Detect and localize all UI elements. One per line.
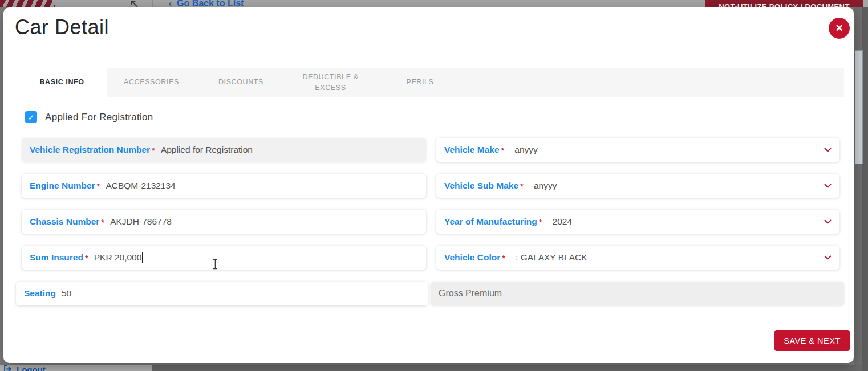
- tab-bar: BASIC INFO ACCESSORIES DISCOUNTS DEDUCTI…: [17, 68, 844, 97]
- checkbox-label: Applied For Registration: [45, 112, 153, 123]
- basic-info-form: Vehicle Registration Number* Applied for…: [22, 138, 839, 317]
- chevron-left-icon: ‹: [169, 0, 172, 7]
- text-caret: [142, 252, 143, 263]
- field-label: Vehicle Registration Number: [30, 145, 150, 155]
- field-value: anyyy: [514, 145, 538, 155]
- backdrop-bottom-band: Logout: [0, 365, 868, 371]
- logout-icon: [3, 365, 12, 371]
- vehicle-registration-number-field: Vehicle Registration Number* Applied for…: [22, 138, 426, 162]
- mouse-cursor-arrow-icon: [130, 0, 139, 7]
- chevron-down-icon: [824, 255, 832, 260]
- field-value: PKR 20,000: [94, 252, 142, 263]
- form-row: Vehicle Registration Number* Applied for…: [22, 138, 839, 162]
- sum-insured-field[interactable]: Sum Insured* PKR 20,000: [22, 246, 426, 270]
- mouse-cursor-ibeam: [212, 259, 218, 270]
- field-value: ACBQM-2132134: [106, 181, 175, 191]
- vehicle-make-dropdown[interactable]: Vehicle Make* anyyy: [436, 138, 839, 162]
- field-value: Applied for Registration: [161, 145, 253, 155]
- form-row: Seating 50 Gross Premium: [16, 282, 844, 305]
- go-back-label: Go Back to List: [177, 0, 244, 7]
- required-marker: *: [539, 217, 542, 227]
- close-button[interactable]: ✕: [829, 18, 850, 39]
- field-value: anyyy: [534, 181, 557, 191]
- required-marker: *: [101, 217, 104, 227]
- chevron-down-icon: [824, 184, 832, 188]
- field-label: Seating: [24, 288, 56, 299]
- backdrop-top-band: ‹Go Back to List NOT-UTILIZE POLICY / DO…: [0, 0, 868, 7]
- tab-accessories[interactable]: ACCESSORIES: [107, 68, 196, 97]
- save-next-button[interactable]: SAVE & NEXT: [774, 330, 850, 351]
- required-marker: *: [501, 145, 505, 155]
- scrollbar-track[interactable]: [862, 7, 868, 371]
- chassis-number-field[interactable]: Chassis Number* AKJDH-786778: [22, 210, 426, 234]
- required-marker: *: [85, 253, 88, 263]
- field-value: 50: [62, 288, 71, 299]
- vehicle-sub-make-dropdown[interactable]: Vehicle Sub Make* anyyy: [436, 174, 839, 198]
- field-label: Sum Insured: [30, 252, 83, 263]
- vehicle-color-dropdown[interactable]: Vehicle Color* : GALAXY BLACK: [436, 246, 839, 270]
- required-marker: *: [152, 145, 155, 155]
- form-row: Engine Number* ACBQM-2132134 Vehicle Sub…: [22, 174, 839, 198]
- close-icon: ✕: [835, 22, 843, 34]
- logout-label: Logout: [17, 365, 46, 371]
- gross-premium-field: Gross Premium: [431, 282, 844, 305]
- field-label: Vehicle Sub Make: [444, 181, 518, 191]
- field-label: Year of Manufacturing: [444, 217, 537, 227]
- chevron-down-icon: [824, 148, 832, 152]
- go-back-to-list-link[interactable]: ‹Go Back to List: [169, 0, 244, 7]
- required-marker: *: [97, 181, 100, 191]
- field-label: Vehicle Make: [444, 145, 500, 155]
- checkbox-checked-icon: ✓: [25, 111, 37, 123]
- scrollbar-thumb[interactable]: [855, 50, 863, 164]
- car-detail-modal: Car Detail ✕ BASIC INFO ACCESSORIES DISC…: [3, 7, 854, 363]
- field-value: 2024: [553, 217, 572, 227]
- required-marker: *: [520, 181, 524, 191]
- sidebar-divider: [152, 0, 153, 7]
- page-title: Car Detail: [15, 15, 109, 39]
- field-value: AKJDH-786778: [110, 217, 172, 227]
- not-utilize-policy-button[interactable]: NOT-UTILIZE POLICY / DOCUMENT: [705, 0, 863, 7]
- field-label: Vehicle Color: [444, 252, 500, 263]
- form-row: Chassis Number* AKJDH-786778 Year of Man…: [22, 210, 839, 234]
- form-row: Sum Insured* PKR 20,000 Vehicle Color* :…: [22, 246, 839, 270]
- engine-number-field[interactable]: Engine Number* ACBQM-2132134: [22, 174, 426, 198]
- seating-field[interactable]: Seating 50: [16, 282, 428, 305]
- field-label: Gross Premium: [439, 288, 502, 299]
- tab-perils[interactable]: PERILS: [375, 68, 465, 97]
- field-label: Engine Number: [30, 181, 95, 191]
- field-label: Chassis Number: [30, 217, 99, 227]
- chevron-down-icon: [824, 219, 832, 224]
- app-logo: [0, 0, 55, 7]
- tab-basic-info[interactable]: BASIC INFO: [17, 66, 107, 100]
- applied-for-registration-checkbox[interactable]: ✓ Applied For Registration: [25, 111, 153, 123]
- year-of-manufacturing-dropdown[interactable]: Year of Manufacturing* 2024: [436, 210, 839, 234]
- field-value: : GALAXY BLACK: [516, 252, 587, 263]
- tab-discounts[interactable]: DISCOUNTS: [196, 68, 286, 97]
- logout-link[interactable]: Logout: [3, 365, 46, 371]
- required-marker: *: [502, 253, 505, 263]
- tab-deductible-excess[interactable]: DEDUCTIBLE & EXCESS: [286, 68, 375, 97]
